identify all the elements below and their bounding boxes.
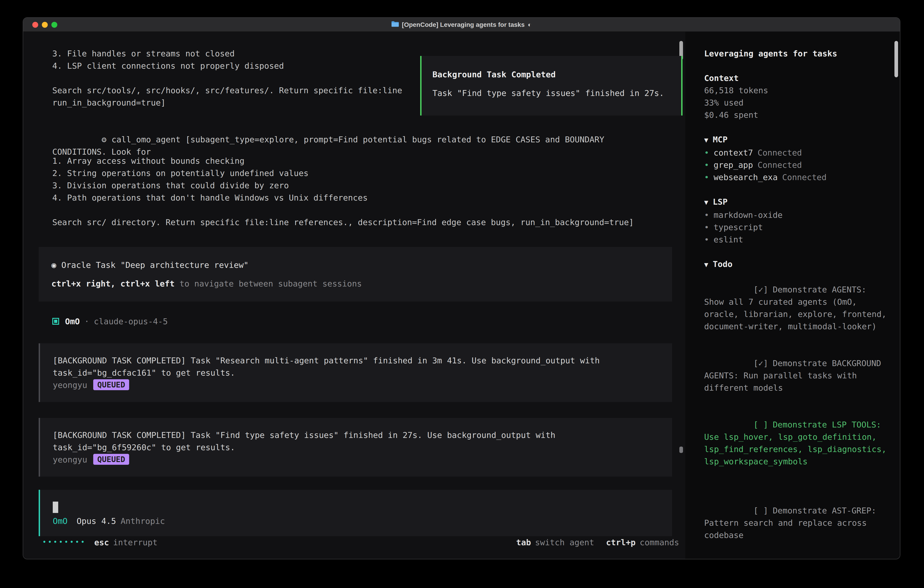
tab-key-hint: tab (516, 536, 531, 548)
esc-key-hint: esc (94, 536, 109, 548)
mcp-item: •websearch_exaConnected (704, 171, 889, 183)
window-titlebar[interactable]: [OpenCode] Leveraging agents for tasks ◐ (23, 18, 900, 32)
mcp-name: websearch_exa (714, 172, 778, 182)
lsp-name: markdown-oxide (714, 210, 782, 220)
pane-divider (685, 32, 695, 559)
todo-item: [✓]Demonstrate AGENTS: Show all 7 curate… (704, 271, 889, 345)
sidebar-scrollbar-thumb[interactable] (894, 41, 898, 77)
status-right: tab switch agent ctrl+p commands (504, 536, 679, 548)
message-line: task_id="bg_6f59260c" to get results. (53, 441, 660, 453)
session-title: Leveraging agents for tasks (704, 47, 889, 59)
tool-call-line: 3. Division operations that could divide… (52, 179, 653, 192)
todo-section-header[interactable]: ▼Todo (704, 258, 889, 271)
hint-text: to navigate between subagent sessions (175, 279, 362, 288)
todo-text: Demonstrate BACKGROUND AGENTS: Run paral… (704, 358, 886, 393)
message-block: [BACKGROUND TASK COMPLETED] Task "Resear… (39, 344, 672, 402)
todo-text: Demonstrate LSP TOOLS: Use lsp_hover, ls… (704, 420, 891, 466)
chevron-down-icon: ▼ (704, 198, 708, 206)
mcp-item: •grep_appConnected (704, 159, 889, 171)
lsp-section-header[interactable]: ▼LSP (704, 195, 889, 209)
notification-body: Task "Find type safety issues" finished … (432, 87, 670, 99)
todo-item: [ ]Demonstrate MCP INTEGRATIONS: Use con… (704, 553, 889, 559)
mcp-status: Connected (782, 172, 827, 182)
tool-call-line: Search src/ directory. Return specific f… (52, 216, 653, 228)
agent-header: OmO · claude-opus-4-5 (52, 315, 653, 327)
spinner-dots: •••••••• (42, 536, 86, 548)
esc-key-label: interrupt (113, 536, 158, 548)
status-bar: •••••••• esc interrupt tab switch agent … (23, 536, 685, 548)
mcp-item: •context7Connected (704, 147, 889, 159)
mcp-status: Connected (757, 148, 802, 157)
subagent-nav-hint: ctrl+x right, ctrl+x left to navigate be… (51, 277, 660, 290)
message-scrollbar-thumb[interactable] (680, 447, 683, 453)
text-cursor (53, 502, 58, 513)
agent-separator: · (84, 315, 89, 327)
checkbox-checked-icon: [✓] (754, 285, 768, 294)
message-meta: yeongyu QUEUED (53, 453, 660, 466)
status-badge: QUEUED (93, 380, 129, 390)
todo-text: Demonstrate AST-GREP: Pattern search and… (704, 506, 881, 540)
todo-item: [ ]Demonstrate AST-GREP: Pattern search … (704, 492, 889, 553)
bullet-icon: • (704, 172, 709, 182)
oracle-task-title: ◉Oracle Task "Deep architecture review" (51, 259, 660, 271)
mcp-name: grep_app (714, 160, 753, 170)
agent-name: OmO (65, 315, 80, 327)
folder-icon (391, 18, 399, 31)
tool-call-line: 2. String operations on potentially unde… (52, 167, 653, 179)
tool-call-line: 4. Path operations that don't handle Win… (52, 192, 653, 204)
commands-key-label: commands (640, 536, 679, 548)
hint-keys: ctrl+x right, ctrl+x left (51, 279, 175, 288)
message-line: task_id="bg_dcfac161" to get results. (53, 367, 660, 379)
chevron-down-icon: ▼ (704, 261, 708, 269)
message-meta: yeongyu QUEUED (53, 379, 660, 391)
desktop: [OpenCode] Leveraging agents for tasks ◐… (0, 0, 924, 588)
lsp-name: eslint (714, 235, 743, 244)
minimize-button[interactable] (42, 21, 48, 28)
oracle-task-panel: ◉Oracle Task "Deep architecture review" … (39, 247, 672, 302)
agent-square-icon (52, 318, 59, 325)
context-spent: $0.46 spent (704, 109, 889, 121)
chevron-down-icon: ▼ (704, 136, 708, 144)
lsp-item: •markdown-oxide (704, 209, 889, 221)
oracle-title-text: Oracle Task "Deep architecture review" (61, 260, 249, 270)
bullet-icon: • (704, 235, 709, 244)
close-button[interactable] (32, 21, 38, 28)
todo-item: [✓]Demonstrate BACKGROUND AGENTS: Run pa… (704, 345, 889, 406)
lsp-item: •eslint (704, 233, 889, 246)
bullet-icon: • (704, 210, 709, 220)
tool-call-header: ⚙call_omo_agent [subagent_type=explore, … (52, 121, 653, 155)
input-agent-name: OmO (53, 515, 68, 527)
mcp-name: context7 (714, 148, 753, 157)
mcp-section-header[interactable]: ▼MCP (704, 133, 889, 147)
lsp-item: •typescript (704, 221, 889, 233)
context-heading: Context (704, 72, 889, 84)
message-author: yeongyu (53, 453, 87, 466)
loading-indicator: ◐ (528, 18, 531, 31)
oracle-icon: ◉ (51, 260, 56, 270)
traffic-lights (32, 21, 57, 28)
context-used: 33% used (704, 96, 889, 109)
zoom-button[interactable] (51, 21, 57, 28)
checkbox-empty-icon: [ ] (754, 420, 768, 429)
sidebar: Leveraging agents for tasks Context 66,5… (695, 32, 900, 559)
tool-call-line (52, 204, 653, 216)
commands-hint-group: ctrl+p commands (606, 536, 679, 548)
agent-model: claude-opus-4-5 (94, 315, 168, 327)
checkbox-empty-icon: [ ] (754, 506, 768, 515)
status-left: •••••••• esc interrupt (42, 536, 158, 548)
lsp-name: typescript (714, 222, 763, 232)
window-title-area: [OpenCode] Leveraging agents for tasks ◐ (23, 18, 900, 31)
message-author: yeongyu (53, 379, 87, 391)
app-window: [OpenCode] Leveraging agents for tasks ◐… (23, 17, 900, 559)
message-line: [BACKGROUND TASK COMPLETED] Task "Find t… (53, 429, 660, 441)
lsp-heading-label: LSP (713, 197, 728, 206)
prompt-input[interactable]: OmO Opus 4.5 Anthropic (39, 490, 672, 536)
commands-key-hint: ctrl+p (606, 536, 635, 548)
input-meta: OmO Opus 4.5 Anthropic (53, 515, 660, 527)
bullet-icon: • (704, 222, 709, 232)
notification-title: Background Task Completed (432, 68, 670, 81)
status-badge: QUEUED (93, 454, 129, 465)
tool-call-line: 1. Array access without bounds checking (52, 155, 653, 167)
todo-text: Demonstrate AGENTS: Show all 7 curated a… (704, 285, 891, 331)
gear-icon: ⚙ (102, 135, 107, 144)
